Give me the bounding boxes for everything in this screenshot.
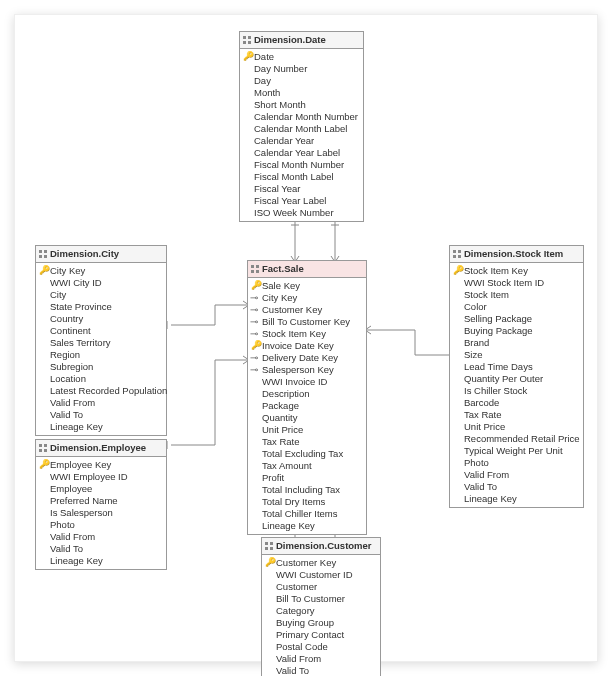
column-row[interactable]: Day [240, 75, 363, 87]
column-row[interactable]: Employee [36, 483, 166, 495]
table-icon [243, 36, 251, 44]
column-row[interactable]: Total Excluding Tax [248, 448, 366, 460]
column-row[interactable]: Primary Contact [262, 629, 380, 641]
column-row[interactable]: Size [450, 349, 583, 361]
column-row[interactable]: Location [36, 373, 166, 385]
column-row[interactable]: ⊸Salesperson Key [248, 364, 366, 376]
table-dimension-customer[interactable]: Dimension.Customer 🔑Customer KeyWWI Cust… [261, 537, 381, 676]
column-row[interactable]: Continent [36, 325, 166, 337]
column-row[interactable]: Lineage Key [248, 520, 366, 532]
column-row[interactable]: Region [36, 349, 166, 361]
column-row[interactable]: 🔑Customer Key [262, 557, 380, 569]
column-row[interactable]: Total Dry Items [248, 496, 366, 508]
primary-key-icon: 🔑 [251, 341, 259, 349]
table-fact-sale[interactable]: Fact.Sale 🔑Sale Key⊸City Key⊸Customer Ke… [247, 260, 367, 535]
column-row[interactable]: Buying Package [450, 325, 583, 337]
column-row[interactable]: Unit Price [450, 421, 583, 433]
column-row[interactable]: Unit Price [248, 424, 366, 436]
column-row[interactable]: Valid To [262, 665, 380, 676]
column-row[interactable]: WWI Invoice ID [248, 376, 366, 388]
column-row[interactable]: Total Including Tax [248, 484, 366, 496]
column-row[interactable]: ISO Week Number [240, 207, 363, 219]
column-row[interactable]: 🔑Invoice Date Key [248, 340, 366, 352]
table-dimension-stock-item[interactable]: Dimension.Stock Item 🔑Stock Item KeyWWI … [449, 245, 584, 508]
column-row[interactable]: Calendar Month Label [240, 123, 363, 135]
column-row[interactable]: Category [262, 605, 380, 617]
column-row[interactable]: ⊸Customer Key [248, 304, 366, 316]
column-row[interactable]: ⊸City Key [248, 292, 366, 304]
column-row[interactable]: Barcode [450, 397, 583, 409]
column-name: Bill To Customer Key [262, 316, 350, 327]
column-row[interactable]: WWI Employee ID [36, 471, 166, 483]
column-row[interactable]: Stock Item [450, 289, 583, 301]
column-row[interactable]: Sales Territory [36, 337, 166, 349]
column-row[interactable]: Lead Time Days [450, 361, 583, 373]
column-row[interactable]: Profit [248, 472, 366, 484]
column-row[interactable]: 🔑Date [240, 51, 363, 63]
column-row[interactable]: State Province [36, 301, 166, 313]
column-row[interactable]: Customer [262, 581, 380, 593]
column-row[interactable]: Fiscal Year [240, 183, 363, 195]
column-name: Sales Territory [50, 337, 111, 348]
column-row[interactable]: Bill To Customer [262, 593, 380, 605]
column-row[interactable]: Recommended Retail Price [450, 433, 583, 445]
column-name: Postal Code [276, 641, 328, 652]
column-row[interactable]: Fiscal Month Number [240, 159, 363, 171]
column-row[interactable]: 🔑City Key [36, 265, 166, 277]
column-row[interactable]: Selling Package [450, 313, 583, 325]
column-row[interactable]: Package [248, 400, 366, 412]
column-row[interactable]: ⊸Delivery Date Key [248, 352, 366, 364]
column-row[interactable]: ⊸Bill To Customer Key [248, 316, 366, 328]
column-row[interactable]: 🔑Sale Key [248, 280, 366, 292]
column-row[interactable]: Total Chiller Items [248, 508, 366, 520]
column-row[interactable]: Day Number [240, 63, 363, 75]
column-row[interactable]: Valid To [36, 543, 166, 555]
column-row[interactable]: Buying Group [262, 617, 380, 629]
column-row[interactable]: Photo [450, 457, 583, 469]
column-row[interactable]: Is Chiller Stock [450, 385, 583, 397]
column-row[interactable]: Color [450, 301, 583, 313]
table-dimension-city[interactable]: Dimension.City 🔑City KeyWWI City IDCityS… [35, 245, 167, 436]
column-row[interactable]: Description [248, 388, 366, 400]
column-row[interactable]: City [36, 289, 166, 301]
column-row[interactable]: Is Salesperson [36, 507, 166, 519]
column-row[interactable]: Quantity Per Outer [450, 373, 583, 385]
column-row[interactable]: Preferred Name [36, 495, 166, 507]
table-header: Dimension.City [36, 246, 166, 263]
column-row[interactable]: Tax Rate [450, 409, 583, 421]
column-row[interactable]: Short Month [240, 99, 363, 111]
column-row[interactable]: Lineage Key [450, 493, 583, 505]
column-row[interactable]: Lineage Key [36, 421, 166, 433]
column-row[interactable]: Valid To [36, 409, 166, 421]
column-row[interactable]: WWI Stock Item ID [450, 277, 583, 289]
table-dimension-date[interactable]: Dimension.Date 🔑DateDay NumberDayMonthSh… [239, 31, 364, 222]
column-row[interactable]: Valid From [36, 397, 166, 409]
column-row[interactable]: ⊸Stock Item Key [248, 328, 366, 340]
column-row[interactable]: Quantity [248, 412, 366, 424]
column-row[interactable]: Valid To [450, 481, 583, 493]
column-row[interactable]: Calendar Year Label [240, 147, 363, 159]
column-row[interactable]: Subregion [36, 361, 166, 373]
column-row[interactable]: Postal Code [262, 641, 380, 653]
column-row[interactable]: Typical Weight Per Unit [450, 445, 583, 457]
table-dimension-employee[interactable]: Dimension.Employee 🔑Employee KeyWWI Empl… [35, 439, 167, 570]
column-row[interactable]: Photo [36, 519, 166, 531]
column-row[interactable]: Lineage Key [36, 555, 166, 567]
column-row[interactable]: Brand [450, 337, 583, 349]
column-row[interactable]: Valid From [450, 469, 583, 481]
column-row[interactable]: Valid From [262, 653, 380, 665]
column-row[interactable]: Valid From [36, 531, 166, 543]
column-row[interactable]: 🔑Employee Key [36, 459, 166, 471]
column-row[interactable]: Fiscal Year Label [240, 195, 363, 207]
column-row[interactable]: Tax Amount [248, 460, 366, 472]
column-row[interactable]: WWI Customer ID [262, 569, 380, 581]
column-row[interactable]: Month [240, 87, 363, 99]
column-row[interactable]: WWI City ID [36, 277, 166, 289]
column-row[interactable]: Country [36, 313, 166, 325]
column-row[interactable]: Fiscal Month Label [240, 171, 363, 183]
column-row[interactable]: Calendar Year [240, 135, 363, 147]
column-row[interactable]: Tax Rate [248, 436, 366, 448]
column-row[interactable]: Latest Recorded Population [36, 385, 166, 397]
column-row[interactable]: Calendar Month Number [240, 111, 363, 123]
column-row[interactable]: 🔑Stock Item Key [450, 265, 583, 277]
